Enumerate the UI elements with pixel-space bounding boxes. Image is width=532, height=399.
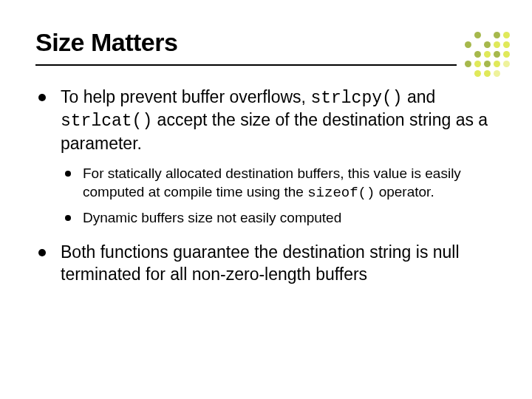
deco-dot (494, 41, 500, 48)
deco-dot (474, 61, 481, 67)
deco-dot (465, 41, 471, 48)
code-fragment: sizeof() (307, 185, 375, 201)
deco-dot (465, 61, 471, 67)
deco-dot (494, 70, 500, 77)
deco-dot (484, 61, 491, 67)
title-row: Size Matters (35, 28, 497, 57)
code-fragment: strlcat() (61, 112, 152, 131)
deco-dot (484, 51, 491, 58)
slide-title: Size Matters (35, 28, 177, 57)
text-fragment: operator. (375, 184, 434, 200)
bullet-list-level-2: For statically allocated destination buf… (61, 165, 497, 227)
deco-dot (484, 70, 491, 77)
deco-dot (503, 61, 510, 67)
title-underline (35, 64, 457, 66)
deco-dot (494, 61, 500, 67)
deco-dot (503, 51, 510, 58)
sub-bullet-item: For statically allocated destination buf… (61, 165, 497, 202)
code-fragment: strlcpy() (310, 89, 402, 108)
bullet-item: To help prevent buffer overflows, strlcp… (35, 86, 497, 227)
deco-dot (503, 41, 510, 48)
bullet-list-level-1: To help prevent buffer overflows, strlcp… (35, 86, 497, 285)
deco-dot (494, 32, 500, 38)
deco-dot (484, 41, 491, 48)
text-fragment: Both functions guarantee the destination… (61, 242, 460, 283)
bullet-item: Both functions guarantee the destination… (35, 242, 497, 285)
deco-dot (503, 32, 510, 38)
deco-dot (474, 32, 481, 38)
corner-dots-decoration (455, 22, 510, 77)
sub-bullet-item: Dynamic buffers size not easily computed (61, 209, 497, 227)
text-fragment: To help prevent buffer overflows, (61, 87, 310, 106)
slide: Size Matters To help prevent buffer over… (0, 0, 532, 399)
text-fragment: Dynamic buffers size not easily computed (83, 210, 341, 225)
deco-dot (494, 51, 500, 58)
deco-dot (474, 70, 481, 77)
deco-dot (474, 51, 481, 58)
slide-body: To help prevent buffer overflows, strlcp… (35, 86, 497, 285)
text-fragment: and (403, 87, 436, 106)
